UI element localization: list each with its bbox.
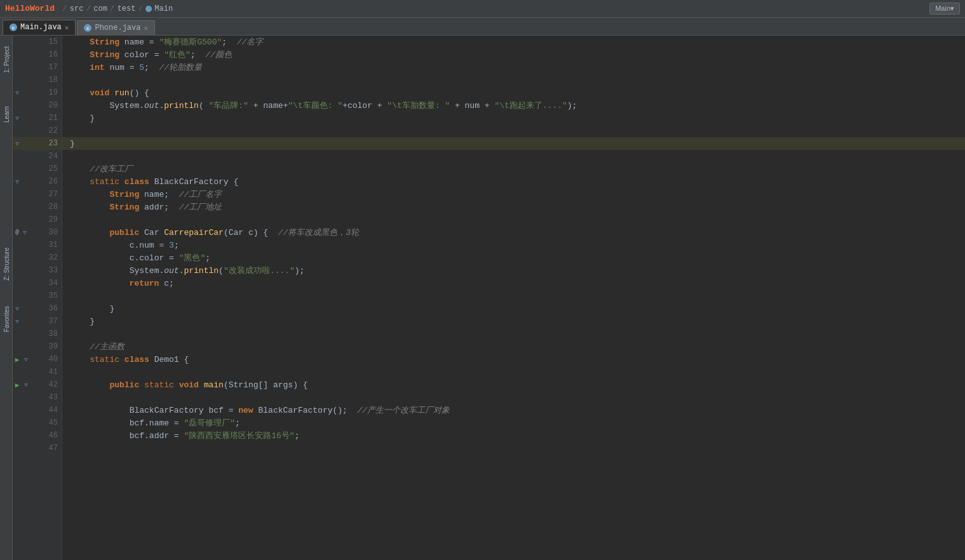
code-line-30: public Car CarrepairCar(Car c) { //将车改成黑… — [62, 226, 965, 239]
project-panel-label[interactable]: 1: Project — [1, 41, 11, 79]
code-line-37: } — [62, 315, 965, 328]
dot2-33: . — [179, 266, 184, 276]
cmt-25: //改车工厂 — [70, 163, 133, 175]
dot-20: . — [139, 101, 144, 110]
cmt-15: //名字 — [237, 36, 264, 48]
gutter-37: ▽ 37 — [13, 315, 62, 328]
gutter-fold-37[interactable]: ▽ — [13, 315, 22, 328]
linenum-17: 17 — [22, 61, 62, 74]
paren-44: (); — [333, 406, 358, 415]
op-17: = — [125, 63, 139, 72]
gutter-cell-22 — [13, 124, 22, 137]
brace-26: { — [233, 177, 238, 187]
code-line-42: public static void main(String[] args) { — [62, 378, 965, 391]
linenum-15: 15 — [22, 36, 62, 48]
str-tab2-20: "\t车胎数量: " — [387, 100, 450, 111]
indent-45 — [70, 418, 130, 428]
tab-phone-java[interactable]: c Phone.java ✕ — [77, 20, 155, 35]
code-line-18 — [62, 74, 965, 86]
gutter-45: 45 — [13, 417, 62, 429]
gutter-18: 18 — [13, 74, 62, 86]
editor-wrapper: 15 16 17 18 ▽ — [13, 36, 965, 560]
gutter-run-40[interactable]: ▶ — [13, 353, 22, 366]
paren2-30: ) { — [253, 228, 278, 237]
main-layout: 1: Project Learn Z: Structure Favorites … — [0, 36, 965, 560]
indent-46 — [70, 431, 130, 441]
kw-string-28: String — [70, 203, 144, 212]
code-line-17: int num = 5; //轮胎数量 — [62, 61, 965, 74]
type-bcf-44: BlackCarFactory — [130, 406, 209, 415]
sys-20: System — [109, 101, 139, 110]
gutter-cell-46 — [13, 429, 22, 442]
structure-panel-label[interactable]: Z: Structure — [1, 245, 11, 283]
gutter-run-42[interactable]: ▶ — [13, 378, 22, 391]
type-car-30: Car — [144, 228, 164, 237]
code-line-46: bcf.addr = "陕西西安雁塔区长安路16号"; — [62, 429, 965, 442]
top-right-actions: Main▾ — [929, 3, 960, 15]
sep1: / — [62, 4, 67, 13]
cmt-44: //产生一个改车工厂对象 — [358, 404, 450, 416]
var-color-32: color — [139, 253, 164, 263]
breadcrumb-test: test — [118, 4, 136, 13]
code-line-43 — [62, 391, 965, 404]
gutter-fold-40[interactable]: ▽ — [22, 353, 30, 366]
var-bcf-46: bcf — [130, 431, 144, 441]
semi-31: ; — [174, 241, 179, 250]
gutter-cell-25 — [13, 163, 22, 175]
code-line-35 — [62, 290, 965, 302]
kw-string-16: String — [70, 50, 125, 60]
linenum-32: 32 — [22, 251, 62, 264]
sep2: / — [86, 4, 91, 13]
code-line-25: //改车工厂 — [62, 163, 965, 175]
fn-run-19: run — [114, 88, 129, 98]
semi-32: ; — [205, 253, 210, 263]
gutter-fold-19[interactable]: ▽ — [13, 86, 22, 99]
gutter-25: 25 — [13, 163, 62, 175]
var-num-31: num — [139, 241, 154, 250]
semi-34: ; — [169, 279, 174, 288]
linenum-29: 29 — [22, 213, 62, 226]
plus2-20: +color + — [342, 101, 387, 110]
linenum-30: 30 — [28, 226, 62, 239]
gutter-fold-21[interactable]: ▽ — [13, 112, 22, 124]
tab-main-close[interactable]: ✕ — [65, 23, 69, 32]
gutter-fold-26[interactable]: ▽ — [13, 175, 22, 188]
semi-46: ; — [295, 431, 300, 441]
gutter-47: 47 — [13, 442, 62, 455]
str-brand-20: "车品牌:" — [208, 100, 248, 111]
learn-panel-label[interactable]: Learn — [1, 102, 11, 127]
str-run-20: "\t跑起来了...." — [494, 100, 567, 111]
gutter-31: 31 — [13, 239, 62, 251]
linenum-36: 36 — [22, 302, 62, 315]
main-dropdown-button[interactable]: Main▾ — [929, 3, 960, 15]
tab-phone-icon: c — [84, 24, 91, 32]
tab-phone-close[interactable]: ✕ — [144, 24, 148, 32]
favorites-panel-label[interactable]: Favorites — [1, 300, 11, 338]
gutter-fold-30[interactable]: ▽ — [22, 226, 28, 239]
kw-public-30: public — [70, 228, 144, 237]
indent-44 — [70, 406, 130, 415]
cmt-28: //工厂地址 — [179, 201, 222, 213]
gutter-fold-23[interactable]: ▽ — [13, 137, 22, 150]
gutter-16: 16 — [13, 48, 62, 61]
linenum-35: 35 — [22, 290, 62, 302]
gutter-39: 39 — [13, 340, 62, 353]
var-c-31: c — [130, 241, 135, 250]
kw-static-26: static — [70, 177, 125, 187]
gutter-26: ▽ 26 — [13, 175, 62, 188]
close-42: ) { — [293, 380, 307, 390]
cmt-27: //工厂名字 — [179, 189, 222, 200]
gutter-fold-36[interactable]: ▽ — [13, 302, 22, 315]
paren-42: ( — [224, 380, 229, 390]
code-line-29 — [62, 213, 965, 226]
code-editor[interactable]: String name = "梅赛德斯G500"; //名字 String co… — [62, 36, 965, 560]
gutter-fold-42[interactable]: ▽ — [22, 378, 30, 391]
code-line-39: //主函数 — [62, 340, 965, 353]
gutter-cell-33 — [13, 264, 22, 277]
breadcrumb-src: src — [70, 4, 84, 13]
str-mod-33: "改装成功啦...." — [224, 265, 295, 276]
var-num-17: num — [109, 63, 124, 72]
code-line-32: c.color = "黑色"; — [62, 251, 965, 264]
str-tab1-20: "\t车颜色: " — [288, 100, 342, 111]
tab-main-java[interactable]: c Main.java ✕ — [3, 20, 76, 35]
